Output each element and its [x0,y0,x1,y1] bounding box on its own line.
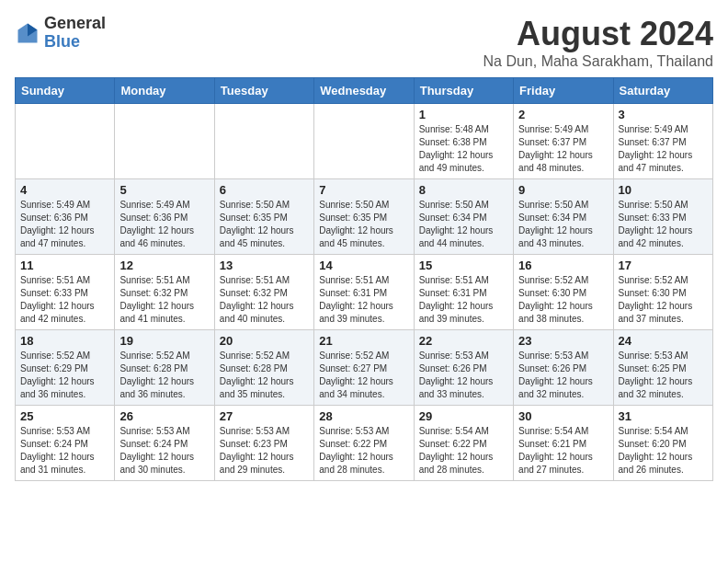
cell-day-number: 28 [319,409,408,423]
cell-day-number: 27 [220,409,309,423]
cell-day-number: 1 [419,108,508,121]
cell-day-number: 5 [119,183,209,197]
weekday-header-cell: Friday [514,78,613,104]
cell-sun-info: Sunrise: 5:53 AM Sunset: 6:24 PM Dayligh… [119,425,209,477]
calendar-cell: 3Sunrise: 5:49 AM Sunset: 6:37 PM Daylig… [613,104,712,179]
calendar-cell: 29Sunrise: 5:54 AM Sunset: 6:22 PM Dayli… [414,406,513,481]
calendar-cell [314,104,414,179]
calendar-cell: 13Sunrise: 5:51 AM Sunset: 6:32 PM Dayli… [214,255,313,330]
cell-sun-info: Sunrise: 5:54 AM Sunset: 6:22 PM Dayligh… [419,425,508,477]
calendar-cell: 10Sunrise: 5:50 AM Sunset: 6:33 PM Dayli… [613,179,712,255]
cell-sun-info: Sunrise: 5:51 AM Sunset: 6:32 PM Dayligh… [119,274,209,326]
cell-day-number: 29 [419,409,508,423]
cell-day-number: 19 [119,334,209,348]
calendar-cell [16,104,115,179]
calendar-cell: 8Sunrise: 5:50 AM Sunset: 6:34 PM Daylig… [414,179,513,255]
cell-sun-info: Sunrise: 5:48 AM Sunset: 6:38 PM Dayligh… [419,123,508,175]
calendar-cell: 23Sunrise: 5:53 AM Sunset: 6:26 PM Dayli… [514,330,613,406]
calendar-cell: 9Sunrise: 5:50 AM Sunset: 6:34 PM Daylig… [514,179,613,255]
calendar-cell [115,104,214,179]
weekday-header-cell: Tuesday [214,78,313,104]
cell-sun-info: Sunrise: 5:50 AM Sunset: 6:35 PM Dayligh… [220,199,309,250]
cell-sun-info: Sunrise: 5:53 AM Sunset: 6:24 PM Dayligh… [20,425,109,477]
calendar-cell: 27Sunrise: 5:53 AM Sunset: 6:23 PM Dayli… [214,406,313,481]
calendar-week-row: 25Sunrise: 5:53 AM Sunset: 6:24 PM Dayli… [16,406,713,481]
cell-sun-info: Sunrise: 5:53 AM Sunset: 6:26 PM Dayligh… [419,350,508,401]
cell-day-number: 25 [20,409,109,423]
cell-sun-info: Sunrise: 5:50 AM Sunset: 6:35 PM Dayligh… [319,199,408,250]
cell-day-number: 8 [419,183,508,197]
cell-sun-info: Sunrise: 5:51 AM Sunset: 6:32 PM Dayligh… [220,274,309,326]
cell-day-number: 31 [619,409,708,423]
calendar-cell: 25Sunrise: 5:53 AM Sunset: 6:24 PM Dayli… [16,406,115,481]
cell-day-number: 15 [419,259,508,272]
calendar-week-row: 4Sunrise: 5:49 AM Sunset: 6:36 PM Daylig… [16,179,713,255]
cell-sun-info: Sunrise: 5:53 AM Sunset: 6:23 PM Dayligh… [220,425,309,477]
cell-day-number: 20 [220,334,309,348]
cell-day-number: 30 [518,409,608,423]
weekday-header-cell: Saturday [613,78,712,104]
cell-sun-info: Sunrise: 5:54 AM Sunset: 6:20 PM Dayligh… [619,425,708,477]
cell-day-number: 14 [319,259,408,272]
cell-sun-info: Sunrise: 5:52 AM Sunset: 6:29 PM Dayligh… [20,350,109,401]
weekday-header-row: SundayMondayTuesdayWednesdayThursdayFrid… [16,78,713,104]
cell-sun-info: Sunrise: 5:49 AM Sunset: 6:37 PM Dayligh… [619,123,708,175]
cell-day-number: 16 [518,259,608,272]
cell-sun-info: Sunrise: 5:52 AM Sunset: 6:30 PM Dayligh… [518,274,608,326]
calendar-week-row: 11Sunrise: 5:51 AM Sunset: 6:33 PM Dayli… [16,255,713,330]
calendar-cell: 16Sunrise: 5:52 AM Sunset: 6:30 PM Dayli… [514,255,613,330]
cell-sun-info: Sunrise: 5:52 AM Sunset: 6:27 PM Dayligh… [319,350,408,401]
cell-day-number: 12 [119,259,209,272]
calendar-cell: 5Sunrise: 5:49 AM Sunset: 6:36 PM Daylig… [115,179,214,255]
cell-sun-info: Sunrise: 5:50 AM Sunset: 6:34 PM Dayligh… [518,199,608,250]
calendar-week-row: 1Sunrise: 5:48 AM Sunset: 6:38 PM Daylig… [16,104,713,179]
calendar-cell: 31Sunrise: 5:54 AM Sunset: 6:20 PM Dayli… [613,406,712,481]
calendar-cell: 11Sunrise: 5:51 AM Sunset: 6:33 PM Dayli… [16,255,115,330]
cell-day-number: 26 [119,409,209,423]
calendar-cell: 15Sunrise: 5:51 AM Sunset: 6:31 PM Dayli… [414,255,513,330]
calendar-cell: 12Sunrise: 5:51 AM Sunset: 6:32 PM Dayli… [115,255,214,330]
cell-day-number: 17 [619,259,708,272]
cell-day-number: 6 [220,183,309,197]
cell-day-number: 3 [619,108,708,121]
cell-sun-info: Sunrise: 5:51 AM Sunset: 6:33 PM Dayligh… [20,274,109,326]
calendar-cell: 19Sunrise: 5:52 AM Sunset: 6:28 PM Dayli… [115,330,214,406]
cell-day-number: 23 [518,334,608,348]
cell-sun-info: Sunrise: 5:52 AM Sunset: 6:28 PM Dayligh… [119,350,209,401]
cell-sun-info: Sunrise: 5:51 AM Sunset: 6:31 PM Dayligh… [419,274,508,326]
cell-sun-info: Sunrise: 5:49 AM Sunset: 6:36 PM Dayligh… [20,199,109,250]
calendar-cell: 14Sunrise: 5:51 AM Sunset: 6:31 PM Dayli… [314,255,414,330]
calendar-cell: 7Sunrise: 5:50 AM Sunset: 6:35 PM Daylig… [314,179,414,255]
weekday-header-cell: Thursday [414,78,513,104]
calendar-week-row: 18Sunrise: 5:52 AM Sunset: 6:29 PM Dayli… [16,330,713,406]
weekday-header-cell: Monday [115,78,214,104]
logo-blue-text: Blue [44,33,106,52]
calendar-cell: 2Sunrise: 5:49 AM Sunset: 6:37 PM Daylig… [514,104,613,179]
cell-sun-info: Sunrise: 5:54 AM Sunset: 6:21 PM Dayligh… [518,425,608,477]
cell-sun-info: Sunrise: 5:53 AM Sunset: 6:26 PM Dayligh… [518,350,608,401]
title-area: August 2024 Na Dun, Maha Sarakham, Thail… [483,15,713,70]
cell-day-number: 22 [419,334,508,348]
cell-day-number: 7 [319,183,408,197]
calendar-cell: 18Sunrise: 5:52 AM Sunset: 6:29 PM Dayli… [16,330,115,406]
cell-day-number: 24 [619,334,708,348]
calendar-cell: 21Sunrise: 5:52 AM Sunset: 6:27 PM Dayli… [314,330,414,406]
cell-day-number: 2 [518,108,608,121]
calendar-cell: 22Sunrise: 5:53 AM Sunset: 6:26 PM Dayli… [414,330,513,406]
month-title: August 2024 [483,15,713,53]
calendar-cell [214,104,313,179]
cell-day-number: 11 [20,259,109,272]
cell-sun-info: Sunrise: 5:52 AM Sunset: 6:30 PM Dayligh… [619,274,708,326]
page-header: General Blue August 2024 Na Dun, Maha Sa… [15,15,713,70]
calendar-cell: 17Sunrise: 5:52 AM Sunset: 6:30 PM Dayli… [613,255,712,330]
cell-day-number: 4 [20,183,109,197]
calendar-cell: 24Sunrise: 5:53 AM Sunset: 6:25 PM Dayli… [613,330,712,406]
calendar-table: SundayMondayTuesdayWednesdayThursdayFrid… [15,77,713,481]
calendar-cell: 28Sunrise: 5:53 AM Sunset: 6:22 PM Dayli… [314,406,414,481]
cell-day-number: 21 [319,334,408,348]
cell-sun-info: Sunrise: 5:53 AM Sunset: 6:22 PM Dayligh… [319,425,408,477]
logo-icon [15,20,40,46]
calendar-cell: 1Sunrise: 5:48 AM Sunset: 6:38 PM Daylig… [414,104,513,179]
weekday-header-cell: Wednesday [314,78,414,104]
logo: General Blue [15,15,106,52]
